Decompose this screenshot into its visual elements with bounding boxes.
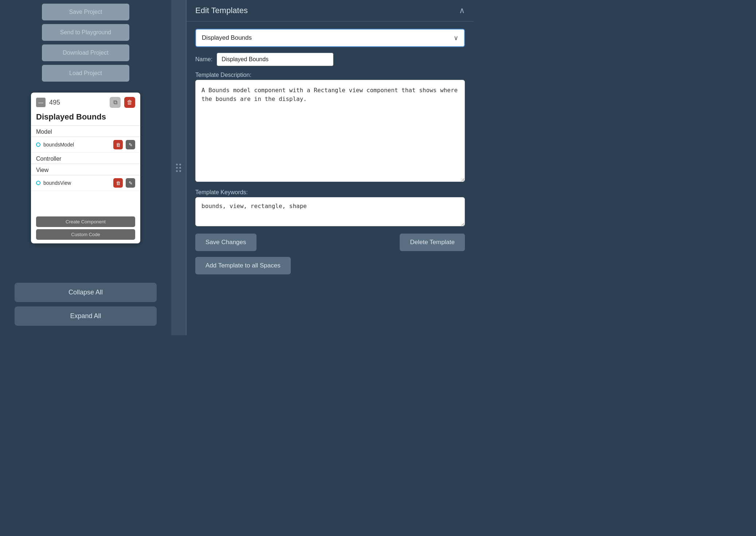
card-header: 495 ⧉ 🗑 bbox=[31, 93, 140, 111]
chevron-down-icon: ∨ bbox=[454, 34, 458, 42]
right-content: Displayed Bounds ∨ Name: Template Descri… bbox=[187, 21, 474, 335]
drag-dots bbox=[176, 164, 181, 172]
drag-dot bbox=[176, 167, 178, 169]
bounds-view-name: boundsView bbox=[43, 180, 110, 186]
card-title: Displayed Bounds bbox=[31, 111, 140, 126]
expand-all-button[interactable]: Expand All bbox=[15, 306, 157, 326]
save-project-button[interactable]: Save Project bbox=[42, 4, 129, 20]
view-section-label: View bbox=[31, 164, 140, 175]
save-delete-row: Save Changes Delete Template bbox=[195, 234, 465, 251]
add-template-row: Add Template to all Spaces bbox=[195, 257, 465, 274]
component-card: 495 ⧉ 🗑 Displayed Bounds Model boundsMod… bbox=[31, 93, 140, 243]
drag-dot bbox=[179, 164, 181, 165]
bottom-buttons: Collapse All Expand All bbox=[7, 277, 164, 332]
copy-button[interactable]: ⧉ bbox=[110, 97, 121, 108]
right-panel: Edit Templates ∧ Displayed Bounds ∨ Name… bbox=[186, 0, 474, 335]
template-dropdown[interactable]: Displayed Bounds ∨ bbox=[195, 29, 465, 47]
send-playground-button[interactable]: Send to Playground bbox=[42, 24, 129, 41]
delete-template-button[interactable]: Delete Template bbox=[400, 234, 465, 251]
bounds-view-item: boundsView 🗑 ✎ bbox=[31, 175, 140, 191]
controller-section-label: Controller bbox=[31, 153, 140, 164]
bounds-model-delete-button[interactable]: 🗑 bbox=[113, 140, 123, 149]
custom-code-button[interactable]: Custom Code bbox=[36, 229, 135, 240]
download-project-button[interactable]: Download Project bbox=[42, 44, 129, 61]
model-section-label: Model bbox=[31, 126, 140, 137]
keywords-textarea[interactable]: bounds, view, rectangle, shape bbox=[195, 197, 465, 226]
bounds-view-edit-button[interactable]: ✎ bbox=[126, 178, 135, 188]
bounds-model-item: boundsModel 🗑 ✎ bbox=[31, 137, 140, 153]
card-spacer bbox=[31, 191, 140, 213]
create-component-button[interactable]: Create Component bbox=[36, 216, 135, 227]
top-buttons: Save Project Send to Playground Download… bbox=[7, 4, 164, 82]
bounds-model-dot bbox=[36, 142, 40, 147]
card-footer: Create Component Custom Code bbox=[31, 213, 140, 243]
card-delete-button[interactable]: 🗑 bbox=[124, 97, 135, 108]
collapse-icon[interactable]: ∧ bbox=[459, 6, 465, 15]
name-label: Name: bbox=[195, 56, 212, 63]
description-label: Template Description: bbox=[195, 72, 465, 78]
bounds-model-edit-button[interactable]: ✎ bbox=[126, 140, 135, 149]
right-panel-title: Edit Templates bbox=[195, 6, 248, 15]
description-textarea[interactable]: A Bounds model component with a Rectangl… bbox=[195, 80, 465, 182]
drag-dot bbox=[179, 170, 181, 172]
left-panel: Save Project Send to Playground Download… bbox=[0, 0, 171, 335]
keywords-label: Template Keywords: bbox=[195, 189, 465, 196]
collapse-all-button[interactable]: Collapse All bbox=[15, 283, 157, 302]
bounds-view-dot bbox=[36, 181, 40, 185]
card-id: 495 bbox=[49, 99, 106, 106]
load-project-button[interactable]: Load Project bbox=[42, 65, 129, 82]
bounds-view-delete-button[interactable]: 🗑 bbox=[113, 178, 123, 188]
drag-dot bbox=[176, 164, 178, 165]
drag-dot bbox=[176, 170, 178, 172]
save-changes-button[interactable]: Save Changes bbox=[195, 234, 256, 251]
keywords-section: Template Keywords: bounds, view, rectang… bbox=[195, 189, 465, 228]
drag-handle[interactable] bbox=[171, 0, 186, 335]
right-header: Edit Templates ∧ bbox=[187, 0, 474, 21]
add-template-button[interactable]: Add Template to all Spaces bbox=[195, 257, 291, 274]
bounds-model-name: boundsModel bbox=[43, 142, 110, 148]
minimize-button[interactable] bbox=[36, 98, 46, 107]
drag-dot bbox=[179, 167, 181, 169]
component-card-area: 495 ⧉ 🗑 Displayed Bounds Model boundsMod… bbox=[7, 89, 164, 277]
name-input[interactable] bbox=[217, 53, 333, 66]
description-section: Template Description: A Bounds model com… bbox=[195, 72, 465, 183]
name-row: Name: bbox=[195, 53, 465, 66]
dropdown-selected-value: Displayed Bounds bbox=[202, 34, 252, 42]
